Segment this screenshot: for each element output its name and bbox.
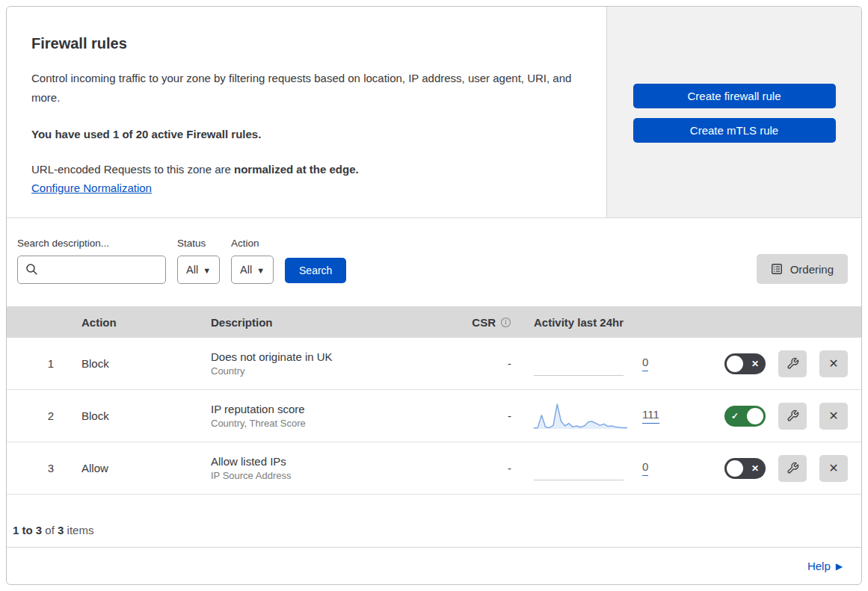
status-filter-group: Status All ▼: [177, 238, 220, 284]
status-select[interactable]: All ▼: [177, 256, 220, 284]
rule-criteria: Country: [211, 365, 458, 377]
rule-enabled-toggle[interactable]: ✓: [724, 406, 766, 427]
edit-rule-button[interactable]: [778, 455, 807, 482]
header-actions-panel: Create firewall rule Create mTLS rule: [606, 7, 861, 217]
usage-notice: You have used 1 of 20 active Firewall ru…: [31, 128, 584, 140]
header-text-block: Firewall rules Control incoming traffic …: [7, 7, 606, 217]
filter-bar: Search description... Status All ▼ Actio…: [7, 218, 861, 306]
pagination-summary: 1 to 3 of 3 items: [7, 495, 861, 547]
chevron-down-icon: ▼: [203, 266, 211, 275]
status-value: All: [186, 264, 198, 276]
rule-description: IP reputation score: [211, 403, 458, 415]
info-icon[interactable]: [500, 317, 511, 328]
action-label: Action: [231, 238, 274, 249]
normalization-prefix: URL-encoded Requests to this zone are: [31, 163, 234, 176]
chevron-down-icon: ▼: [256, 266, 265, 275]
activity-sparkline-empty: [534, 349, 627, 379]
delete-rule-button[interactable]: ✕: [819, 455, 848, 482]
edit-rule-button[interactable]: [778, 350, 807, 377]
action-filter-group: Action All ▼: [231, 238, 274, 284]
x-icon: ✕: [751, 358, 759, 368]
create-firewall-rule-button[interactable]: Create firewall rule: [633, 84, 836, 108]
close-icon: ✕: [828, 409, 838, 423]
wrench-icon: [787, 357, 799, 370]
activity-count-link[interactable]: 111: [642, 408, 659, 424]
rule-index: 3: [7, 462, 81, 474]
rule-description-cell: Allow listed IPs IP Source Address: [211, 455, 458, 481]
search-field-wrap: [17, 256, 166, 284]
action-value: All: [240, 264, 252, 276]
csr-value: -: [458, 409, 511, 422]
rule-description: Allow listed IPs: [211, 455, 458, 468]
activity-count-link[interactable]: 0: [642, 460, 648, 476]
ordering-button[interactable]: Ordering: [757, 254, 848, 284]
action-select[interactable]: All ▼: [231, 256, 274, 284]
search-icon: [25, 263, 38, 276]
delete-rule-button[interactable]: ✕: [819, 403, 848, 430]
activity-cell: 0: [511, 349, 697, 379]
help-link[interactable]: Help ▶: [807, 560, 843, 572]
of-text: of: [42, 524, 58, 536]
rule-controls: ✓ ✕: [697, 403, 861, 430]
page-title: Firewall rules: [31, 35, 584, 52]
check-icon: ✓: [731, 410, 739, 421]
activity-cell: 111: [511, 401, 697, 431]
toggle-knob: [747, 408, 763, 424]
rule-index: 1: [7, 357, 81, 370]
firewall-rules-card: Firewall rules Control incoming traffic …: [6, 6, 862, 585]
search-input[interactable]: [17, 256, 166, 284]
col-header-activity: Activity last 24hr: [511, 316, 697, 329]
activity-count-link[interactable]: 0: [642, 356, 648, 371]
delete-rule-button[interactable]: ✕: [819, 350, 848, 377]
activity-cell: 0: [511, 454, 697, 483]
create-mtls-rule-button[interactable]: Create mTLS rule: [633, 118, 836, 143]
csr-value: -: [458, 462, 511, 474]
col-header-action: Action: [81, 316, 211, 329]
activity-sparkline: [534, 401, 627, 431]
close-icon: ✕: [828, 461, 838, 475]
help-label: Help: [807, 560, 831, 572]
table-row: 2 Block IP reputation score Country, Thr…: [7, 390, 861, 442]
items-range: 1 to 3: [13, 524, 42, 536]
ordering-label: Ordering: [790, 263, 834, 276]
rule-action: Allow: [81, 462, 211, 474]
normalization-bold: normalized at the edge.: [234, 163, 359, 176]
rule-description-cell: Does not originate in UK Country: [211, 350, 458, 377]
csr-header-label: CSR: [472, 316, 496, 329]
wrench-icon: [787, 462, 799, 474]
table-header: Action Description CSR Activity last 24h…: [7, 306, 861, 338]
arrow-right-icon: ▶: [836, 561, 843, 572]
normalization-notice: URL-encoded Requests to this zone are no…: [31, 163, 584, 176]
x-icon: ✕: [751, 462, 759, 473]
rule-controls: ✕ ✕: [697, 455, 861, 482]
rule-controls: ✕ ✕: [697, 350, 861, 377]
csr-value: -: [458, 357, 511, 370]
search-button[interactable]: Search: [285, 258, 346, 283]
col-header-csr: CSR: [458, 316, 511, 329]
close-icon: ✕: [828, 356, 838, 371]
rule-criteria: Country, Threat Score: [211, 418, 458, 429]
rule-action: Block: [81, 357, 211, 370]
rule-description: Does not originate in UK: [211, 350, 458, 363]
rule-index: 2: [7, 409, 81, 422]
header-section: Firewall rules Control incoming traffic …: [7, 7, 861, 218]
activity-sparkline-empty: [534, 454, 627, 483]
page-description: Control incoming traffic to your zone by…: [31, 69, 584, 108]
edit-rule-button[interactable]: [778, 403, 807, 430]
rule-action: Block: [81, 409, 211, 422]
rule-description-cell: IP reputation score Country, Threat Scor…: [211, 403, 458, 429]
table-row: 3 Allow Allow listed IPs IP Source Addre…: [7, 442, 861, 495]
wrench-icon: [787, 409, 799, 422]
status-label: Status: [177, 238, 220, 249]
toggle-knob: [727, 460, 743, 477]
rule-enabled-toggle[interactable]: ✕: [724, 458, 766, 479]
col-header-description: Description: [211, 316, 458, 329]
rule-criteria: IP Source Address: [211, 470, 458, 481]
ordering-list-icon: [771, 263, 783, 275]
search-group: Search description...: [17, 238, 166, 284]
help-bar: Help ▶: [7, 547, 861, 584]
configure-normalization-link[interactable]: Configure Normalization: [31, 182, 152, 194]
toggle-knob: [727, 356, 743, 372]
table-row: 1 Block Does not originate in UK Country…: [7, 338, 861, 390]
rule-enabled-toggle[interactable]: ✕: [724, 353, 766, 374]
